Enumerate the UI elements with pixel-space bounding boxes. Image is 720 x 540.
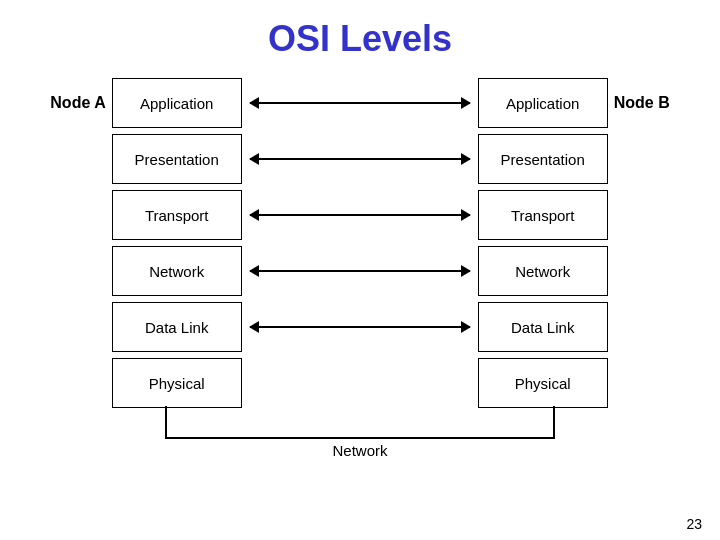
node-b-transport: Transport [478,190,608,240]
arrow-network [250,246,470,296]
node-b-column: Application Presentation Transport Netwo… [478,76,608,410]
node-b-network: Network [478,246,608,296]
node-a-physical: Physical [112,358,242,408]
arrows-section [250,76,470,410]
network-bottom-label: Network [332,442,387,459]
node-a-transport: Transport [112,190,242,240]
arrow-datalink-line [250,326,470,328]
node-b-label: Node B [614,80,670,126]
arrow-physical [250,358,470,408]
page-title: OSI Levels [0,0,720,70]
node-b-physical: Physical [478,358,608,408]
arrow-network-line [250,270,470,272]
arrow-application [250,78,470,128]
arrow-application-line [250,102,470,104]
node-a-datalink: Data Link [112,302,242,352]
arrow-datalink [250,302,470,352]
node-a-label: Node A [50,80,105,126]
vertical-line-left [165,406,167,438]
arrow-presentation-line [250,158,470,160]
arrow-transport-line [250,214,470,216]
arrow-transport [250,190,470,240]
node-a-presentation: Presentation [112,134,242,184]
node-b-presentation: Presentation [478,134,608,184]
node-a-application: Application [112,78,242,128]
arrow-physical-spacer [250,382,470,384]
bottom-network-section: Network [10,406,710,458]
osi-diagram: Node A Application Presentation Transpor… [10,70,710,410]
node-b-datalink: Data Link [478,302,608,352]
horizontal-bottom-line [165,437,555,439]
node-b-application: Application [478,78,608,128]
node-a-column: Application Presentation Transport Netwo… [112,76,242,410]
arrow-presentation [250,134,470,184]
node-a-network: Network [112,246,242,296]
vertical-line-right [553,406,555,438]
page-number: 23 [686,516,702,532]
